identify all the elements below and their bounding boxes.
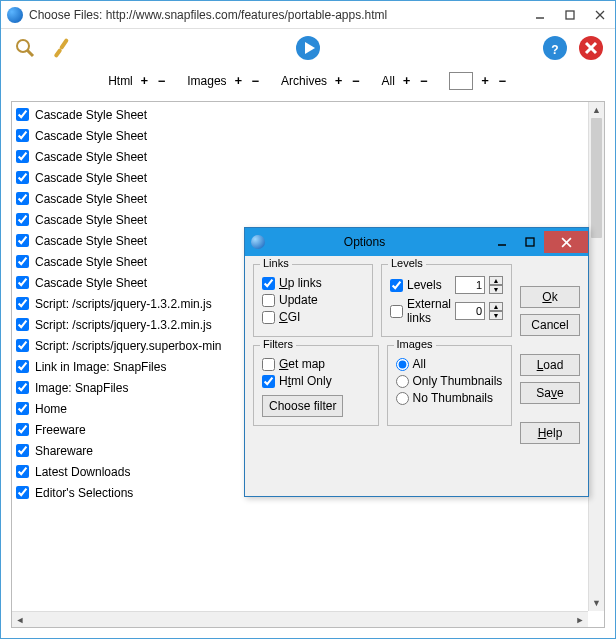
list-item-checkbox[interactable] — [16, 171, 29, 184]
external-links-spinner[interactable]: External links 0 ▲▼ — [390, 297, 503, 325]
levels-legend: Levels — [388, 257, 426, 269]
svg-text:?: ? — [551, 43, 558, 57]
play-icon[interactable] — [294, 34, 322, 62]
list-item[interactable]: Cascade Style Sheet — [14, 125, 586, 146]
levels-checkbox[interactable] — [390, 279, 403, 292]
save-button[interactable]: Save — [520, 382, 580, 404]
filter-all-label: All — [382, 74, 395, 88]
list-item[interactable]: Cascade Style Sheet — [14, 188, 586, 209]
list-item-checkbox[interactable] — [16, 318, 29, 331]
scroll-left-icon[interactable]: ◄ — [12, 612, 28, 628]
close-button[interactable] — [585, 4, 615, 26]
list-item-label: Link in Image: SnapFiles — [35, 360, 166, 374]
list-item-checkbox[interactable] — [16, 360, 29, 373]
cgi-checkbox[interactable]: CGI — [262, 310, 364, 324]
list-item[interactable]: Cascade Style Sheet — [14, 146, 586, 167]
main-window: Choose Files: http://www.snapfiles.com/f… — [0, 0, 616, 639]
list-item-checkbox[interactable] — [16, 255, 29, 268]
cancel-icon[interactable] — [577, 34, 605, 62]
list-item-checkbox[interactable] — [16, 402, 29, 415]
minimize-button[interactable] — [525, 4, 555, 26]
list-item-checkbox[interactable] — [16, 129, 29, 142]
vertical-scrollbar[interactable]: ▲ ▼ — [588, 102, 604, 611]
options-dialog: Options Links Up links Update CGI Levels — [244, 227, 589, 497]
update-checkbox[interactable]: Update — [262, 293, 364, 307]
list-item-label: Cascade Style Sheet — [35, 108, 147, 122]
htmlonly-checkbox[interactable]: Html Only — [262, 374, 370, 388]
list-item-checkbox[interactable] — [16, 192, 29, 205]
list-item-checkbox[interactable] — [16, 297, 29, 310]
filter-images-label: Images — [187, 74, 226, 88]
filter-bar: Html + − Images + − Archives + − All + −… — [1, 67, 615, 95]
maximize-button[interactable] — [555, 4, 585, 26]
list-item-checkbox[interactable] — [16, 444, 29, 457]
list-item-label: Cascade Style Sheet — [35, 234, 147, 248]
cancel-button[interactable]: Cancel — [520, 314, 580, 336]
load-button[interactable]: Load — [520, 354, 580, 376]
dialog-app-icon — [251, 235, 265, 249]
filters-legend: Filters — [260, 338, 296, 350]
color-plus[interactable]: + — [479, 74, 490, 88]
dialog-minimize-button[interactable] — [488, 231, 516, 253]
scroll-down-icon[interactable]: ▼ — [589, 595, 604, 611]
filters-group: Filters Get map Html Only Choose filter — [253, 345, 379, 426]
all-minus[interactable]: − — [418, 74, 429, 88]
titlebar: Choose Files: http://www.snapfiles.com/f… — [1, 1, 615, 29]
all-plus[interactable]: + — [401, 74, 412, 88]
dialog-maximize-button[interactable] — [516, 231, 544, 253]
help-icon[interactable]: ? — [541, 34, 569, 62]
scroll-thumb[interactable] — [591, 118, 602, 238]
list-item-checkbox[interactable] — [16, 234, 29, 247]
archives-minus[interactable]: − — [350, 74, 361, 88]
list-item-label: Cascade Style Sheet — [35, 192, 147, 206]
scroll-right-icon[interactable]: ► — [572, 612, 588, 628]
color-box[interactable] — [449, 72, 473, 90]
external-links-checkbox[interactable] — [390, 305, 403, 318]
list-item-label: Cascade Style Sheet — [35, 255, 147, 269]
color-minus[interactable]: − — [497, 74, 508, 88]
external-links-value[interactable]: 0 — [455, 302, 485, 320]
html-minus[interactable]: − — [156, 74, 167, 88]
list-item-checkbox[interactable] — [16, 486, 29, 499]
images-all-radio[interactable]: All — [396, 357, 504, 371]
images-legend: Images — [394, 338, 436, 350]
list-item-label: Script: /scripts/jquery-1.3.2.min.js — [35, 318, 212, 332]
list-item-checkbox[interactable] — [16, 423, 29, 436]
list-item-label: Freeware — [35, 423, 86, 437]
list-item-checkbox[interactable] — [16, 465, 29, 478]
list-item-checkbox[interactable] — [16, 339, 29, 352]
search-icon[interactable] — [11, 34, 39, 62]
list-item-checkbox[interactable] — [16, 381, 29, 394]
images-minus[interactable]: − — [250, 74, 261, 88]
links-legend: Links — [260, 257, 292, 269]
getmap-checkbox[interactable]: Get map — [262, 357, 370, 371]
archives-plus[interactable]: + — [333, 74, 344, 88]
scroll-up-icon[interactable]: ▲ — [589, 102, 604, 118]
horizontal-scrollbar[interactable]: ◄ ► — [12, 611, 588, 627]
ok-button[interactable]: Ok — [520, 286, 580, 308]
list-item-label: Cascade Style Sheet — [35, 276, 147, 290]
list-item[interactable]: Cascade Style Sheet — [14, 104, 586, 125]
toolbar: ? — [1, 29, 615, 67]
list-item[interactable]: Cascade Style Sheet — [14, 167, 586, 188]
app-icon — [7, 7, 23, 23]
svg-rect-7 — [53, 48, 62, 58]
images-no-thumbs-radio[interactable]: No Thumbnails — [396, 391, 504, 405]
uplinks-checkbox[interactable]: Up links — [262, 276, 364, 290]
dialog-title: Options — [271, 235, 488, 249]
dialog-close-button[interactable] — [544, 231, 588, 253]
images-plus[interactable]: + — [233, 74, 244, 88]
html-plus[interactable]: + — [139, 74, 150, 88]
list-item-checkbox[interactable] — [16, 108, 29, 121]
settings-icon[interactable] — [47, 34, 75, 62]
choose-filter-button[interactable]: Choose filter — [262, 395, 343, 417]
images-only-thumbs-radio[interactable]: Only Thumbnails — [396, 374, 504, 388]
window-title: Choose Files: http://www.snapfiles.com/f… — [29, 8, 525, 22]
list-item-checkbox[interactable] — [16, 213, 29, 226]
list-item-checkbox[interactable] — [16, 150, 29, 163]
svg-line-5 — [27, 50, 33, 56]
levels-spinner[interactable]: Levels 1 ▲▼ — [390, 276, 503, 294]
list-item-checkbox[interactable] — [16, 276, 29, 289]
levels-value[interactable]: 1 — [455, 276, 485, 294]
help-button[interactable]: Help — [520, 422, 580, 444]
